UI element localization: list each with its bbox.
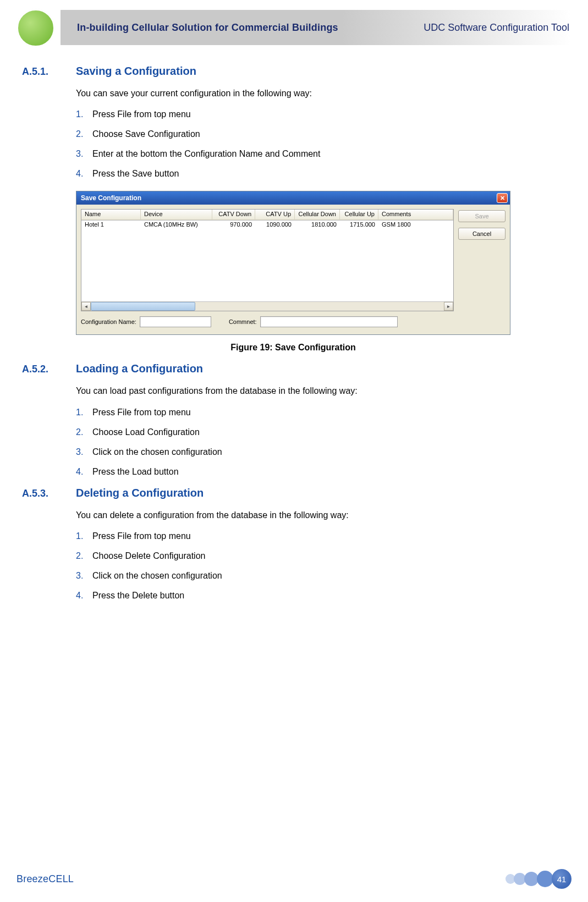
cell-device: CMCA (10MHz BW) (141, 221, 212, 230)
logo-circle-icon (17, 9, 55, 47)
dialog-titlebar[interactable]: Save Configuration ✕ (76, 191, 510, 205)
list-item: 1.Press File from top menu (76, 109, 556, 119)
step-number: 2. (76, 129, 92, 139)
cell-cellular-up: 1715.000 (340, 221, 378, 230)
cell-cellular-down: 1810.000 (295, 221, 340, 230)
list-item: 2.Choose Load Configuration (76, 427, 556, 437)
step-number: 2. (76, 427, 92, 437)
section-intro: You can load past configurations from th… (76, 385, 556, 397)
footer-brand: BreezeCELL (17, 873, 74, 885)
list-item: 2.Choose Delete Configuration (76, 551, 556, 561)
column-header[interactable]: CATV Down (212, 210, 255, 220)
dialog-title: Save Configuration (81, 194, 141, 202)
cell-catv-down: 970.000 (212, 221, 255, 230)
step-text: Press the Delete button (92, 591, 184, 601)
section-number: A.5.1. (22, 66, 76, 78)
column-header[interactable]: Cellular Down (295, 210, 340, 220)
page-footer: BreezeCELL 41 (0, 869, 588, 889)
cell-catv-up: 1090.000 (255, 221, 295, 230)
dialog-bottom-panel: Configuration Name: Commnet: (81, 311, 454, 330)
step-number: 4. (76, 591, 92, 601)
step-text: Choose Load Configuration (92, 427, 200, 437)
figure: Save Configuration ✕ Name Device CATV Do… (76, 191, 510, 353)
list-item: 3.Enter at the bottom the Configuration … (76, 149, 556, 159)
page-number-badge: 41 (552, 869, 571, 889)
scrollbar-track[interactable] (91, 302, 444, 311)
column-header[interactable]: Cellular Up (340, 210, 378, 220)
step-number: 1. (76, 408, 92, 417)
section-intro: You can save your current configuration … (76, 87, 556, 100)
header-bar: In-building Cellular Solution for Commer… (61, 10, 571, 45)
save-configuration-dialog: Save Configuration ✕ Name Device CATV Do… (76, 191, 510, 335)
scroll-left-icon[interactable]: ◄ (81, 302, 91, 311)
list-item: 3.Click on the chosen configuration (76, 571, 556, 581)
step-text: Enter at the bottom the Configuration Na… (92, 149, 320, 159)
column-header[interactable]: Name (81, 210, 141, 220)
listview-header[interactable]: Name Device CATV Down CATV Up Cellular D… (81, 210, 453, 221)
section-title: Saving a Configuration (76, 65, 196, 78)
page-number: 41 (557, 875, 567, 884)
header-right-title: UDC Software Configuration Tool (424, 22, 569, 34)
step-text: Press the Load button (92, 467, 179, 477)
figure-caption: Figure 19: Save Configuration (76, 343, 510, 353)
step-text: Choose Save Configuration (92, 129, 200, 139)
section-number: A.5.3. (22, 488, 76, 499)
step-text: Press File from top menu (92, 531, 191, 541)
section-title: Deleting a Configuration (76, 487, 204, 499)
footer-dots-icon: 41 (507, 869, 571, 889)
cell-comments: GSM 1800 (378, 221, 453, 230)
save-button[interactable]: Save (458, 210, 505, 222)
step-number: 1. (76, 531, 92, 541)
horizontal-scrollbar[interactable]: ◄ ► (81, 301, 453, 311)
column-header[interactable]: CATV Up (255, 210, 295, 220)
list-item: 1.Press File from top menu (76, 531, 556, 541)
section-title: Loading a Configuration (76, 362, 203, 375)
step-number: 4. (76, 467, 92, 477)
configuration-name-input[interactable] (140, 316, 211, 327)
page-header: In-building Cellular Solution for Commer… (17, 10, 571, 55)
header-left-title: In-building Cellular Solution for Commer… (77, 22, 338, 34)
step-text: Click on the chosen configuration (92, 571, 222, 581)
close-icon[interactable]: ✕ (497, 193, 508, 203)
dot-icon (537, 871, 553, 887)
comment-input[interactable] (260, 316, 398, 327)
scroll-right-icon[interactable]: ► (444, 302, 453, 311)
cell-name: Hotel 1 (81, 221, 141, 230)
list-item: 4.Press the Load button (76, 467, 556, 477)
list-item: 4.Press the Save button (76, 169, 556, 179)
comment-label: Commnet: (229, 318, 257, 325)
list-item: 4.Press the Delete button (76, 591, 556, 601)
section-number: A.5.2. (22, 364, 76, 375)
table-row[interactable]: Hotel 1 CMCA (10MHz BW) 970.000 1090.000… (81, 221, 453, 230)
step-number: 3. (76, 149, 92, 159)
list-item: 1.Press File from top menu (76, 408, 556, 417)
section-intro: You can delete a configuration from the … (76, 509, 556, 521)
step-text: Press File from top menu (92, 109, 191, 119)
step-text: Press File from top menu (92, 408, 191, 417)
cancel-button[interactable]: Cancel (458, 228, 505, 240)
step-number: 1. (76, 109, 92, 119)
step-text: Choose Delete Configuration (92, 551, 205, 561)
step-number: 2. (76, 551, 92, 561)
step-number: 3. (76, 447, 92, 457)
configuration-listview[interactable]: Name Device CATV Down CATV Up Cellular D… (81, 209, 454, 311)
list-item: 2.Choose Save Configuration (76, 129, 556, 139)
scrollbar-thumb[interactable] (91, 302, 195, 311)
list-item: 3.Click on the chosen configuration (76, 447, 556, 457)
column-header[interactable]: Comments (378, 210, 453, 220)
step-number: 4. (76, 169, 92, 179)
step-number: 3. (76, 571, 92, 581)
step-text: Click on the chosen configuration (92, 447, 222, 457)
config-name-label: Configuration Name: (81, 318, 136, 325)
step-text: Press the Save button (92, 169, 179, 179)
column-header[interactable]: Device (141, 210, 212, 220)
